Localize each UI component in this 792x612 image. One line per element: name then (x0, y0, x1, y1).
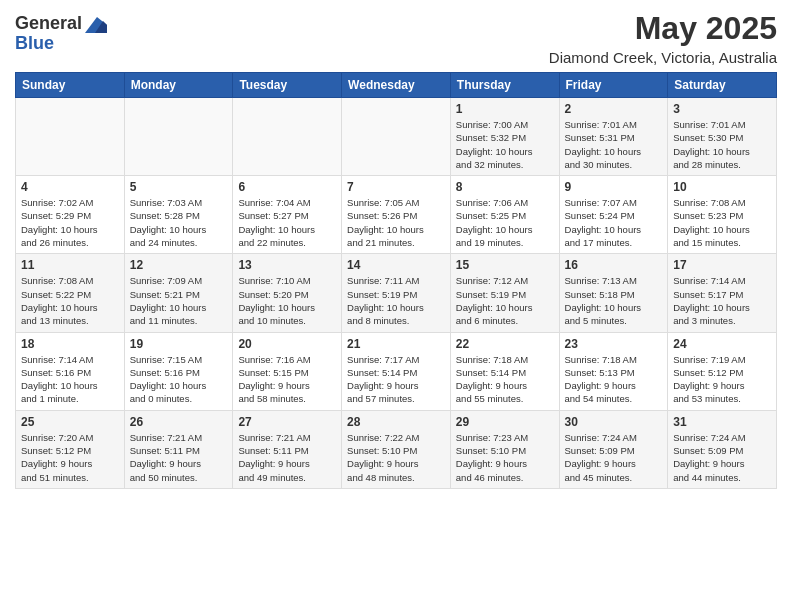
day-number: 22 (456, 337, 554, 351)
day-detail: Sunrise: 7:13 AM Sunset: 5:18 PM Dayligh… (565, 274, 663, 327)
logo-icon (85, 15, 107, 37)
day-detail: Sunrise: 7:07 AM Sunset: 5:24 PM Dayligh… (565, 196, 663, 249)
day-number: 14 (347, 258, 445, 272)
day-detail: Sunrise: 7:02 AM Sunset: 5:29 PM Dayligh… (21, 196, 119, 249)
day-detail: Sunrise: 7:00 AM Sunset: 5:32 PM Dayligh… (456, 118, 554, 171)
weekday-header-cell: Wednesday (342, 73, 451, 98)
day-number: 1 (456, 102, 554, 116)
logo-general: General (15, 14, 82, 34)
day-number: 9 (565, 180, 663, 194)
calendar-day-cell: 2Sunrise: 7:01 AM Sunset: 5:31 PM Daylig… (559, 98, 668, 176)
calendar-week-row: 4Sunrise: 7:02 AM Sunset: 5:29 PM Daylig… (16, 176, 777, 254)
calendar-week-row: 1Sunrise: 7:00 AM Sunset: 5:32 PM Daylig… (16, 98, 777, 176)
day-number: 20 (238, 337, 336, 351)
calendar-day-cell: 25Sunrise: 7:20 AM Sunset: 5:12 PM Dayli… (16, 410, 125, 488)
day-number: 27 (238, 415, 336, 429)
calendar-day-cell: 4Sunrise: 7:02 AM Sunset: 5:29 PM Daylig… (16, 176, 125, 254)
calendar-day-cell: 31Sunrise: 7:24 AM Sunset: 5:09 PM Dayli… (668, 410, 777, 488)
day-number: 5 (130, 180, 228, 194)
day-number: 6 (238, 180, 336, 194)
day-detail: Sunrise: 7:16 AM Sunset: 5:15 PM Dayligh… (238, 353, 336, 406)
weekday-header-cell: Sunday (16, 73, 125, 98)
calendar-day-cell: 10Sunrise: 7:08 AM Sunset: 5:23 PM Dayli… (668, 176, 777, 254)
weekday-header-cell: Friday (559, 73, 668, 98)
calendar-day-cell: 9Sunrise: 7:07 AM Sunset: 5:24 PM Daylig… (559, 176, 668, 254)
day-number: 28 (347, 415, 445, 429)
day-detail: Sunrise: 7:09 AM Sunset: 5:21 PM Dayligh… (130, 274, 228, 327)
weekday-header-cell: Thursday (450, 73, 559, 98)
calendar-day-cell: 12Sunrise: 7:09 AM Sunset: 5:21 PM Dayli… (124, 254, 233, 332)
calendar-week-row: 11Sunrise: 7:08 AM Sunset: 5:22 PM Dayli… (16, 254, 777, 332)
day-detail: Sunrise: 7:03 AM Sunset: 5:28 PM Dayligh… (130, 196, 228, 249)
day-number: 29 (456, 415, 554, 429)
calendar-day-cell: 24Sunrise: 7:19 AM Sunset: 5:12 PM Dayli… (668, 332, 777, 410)
day-detail: Sunrise: 7:06 AM Sunset: 5:25 PM Dayligh… (456, 196, 554, 249)
calendar-day-cell: 17Sunrise: 7:14 AM Sunset: 5:17 PM Dayli… (668, 254, 777, 332)
calendar-day-cell: 19Sunrise: 7:15 AM Sunset: 5:16 PM Dayli… (124, 332, 233, 410)
day-number: 25 (21, 415, 119, 429)
day-number: 8 (456, 180, 554, 194)
day-number: 19 (130, 337, 228, 351)
day-detail: Sunrise: 7:20 AM Sunset: 5:12 PM Dayligh… (21, 431, 119, 484)
calendar-day-cell: 3Sunrise: 7:01 AM Sunset: 5:30 PM Daylig… (668, 98, 777, 176)
day-number: 4 (21, 180, 119, 194)
calendar-day-cell: 16Sunrise: 7:13 AM Sunset: 5:18 PM Dayli… (559, 254, 668, 332)
day-number: 26 (130, 415, 228, 429)
calendar-day-cell: 28Sunrise: 7:22 AM Sunset: 5:10 PM Dayli… (342, 410, 451, 488)
calendar-day-cell: 20Sunrise: 7:16 AM Sunset: 5:15 PM Dayli… (233, 332, 342, 410)
day-detail: Sunrise: 7:21 AM Sunset: 5:11 PM Dayligh… (238, 431, 336, 484)
title-area: May 2025 Diamond Creek, Victoria, Austra… (549, 10, 777, 66)
day-number: 21 (347, 337, 445, 351)
day-number: 10 (673, 180, 771, 194)
calendar-day-cell: 6Sunrise: 7:04 AM Sunset: 5:27 PM Daylig… (233, 176, 342, 254)
day-detail: Sunrise: 7:01 AM Sunset: 5:30 PM Dayligh… (673, 118, 771, 171)
day-detail: Sunrise: 7:18 AM Sunset: 5:13 PM Dayligh… (565, 353, 663, 406)
day-detail: Sunrise: 7:12 AM Sunset: 5:19 PM Dayligh… (456, 274, 554, 327)
day-number: 30 (565, 415, 663, 429)
day-detail: Sunrise: 7:22 AM Sunset: 5:10 PM Dayligh… (347, 431, 445, 484)
header: General Blue May 2025 Diamond Creek, Vic… (15, 10, 777, 66)
calendar-day-cell: 21Sunrise: 7:17 AM Sunset: 5:14 PM Dayli… (342, 332, 451, 410)
day-number: 11 (21, 258, 119, 272)
month-title: May 2025 (549, 10, 777, 47)
day-number: 12 (130, 258, 228, 272)
day-detail: Sunrise: 7:15 AM Sunset: 5:16 PM Dayligh… (130, 353, 228, 406)
calendar-day-cell: 22Sunrise: 7:18 AM Sunset: 5:14 PM Dayli… (450, 332, 559, 410)
day-detail: Sunrise: 7:24 AM Sunset: 5:09 PM Dayligh… (673, 431, 771, 484)
calendar-day-cell (233, 98, 342, 176)
day-number: 2 (565, 102, 663, 116)
calendar: SundayMondayTuesdayWednesdayThursdayFrid… (15, 72, 777, 489)
calendar-day-cell: 23Sunrise: 7:18 AM Sunset: 5:13 PM Dayli… (559, 332, 668, 410)
calendar-day-cell (342, 98, 451, 176)
day-detail: Sunrise: 7:14 AM Sunset: 5:16 PM Dayligh… (21, 353, 119, 406)
day-detail: Sunrise: 7:08 AM Sunset: 5:23 PM Dayligh… (673, 196, 771, 249)
calendar-day-cell: 14Sunrise: 7:11 AM Sunset: 5:19 PM Dayli… (342, 254, 451, 332)
calendar-day-cell: 15Sunrise: 7:12 AM Sunset: 5:19 PM Dayli… (450, 254, 559, 332)
day-detail: Sunrise: 7:08 AM Sunset: 5:22 PM Dayligh… (21, 274, 119, 327)
calendar-week-row: 18Sunrise: 7:14 AM Sunset: 5:16 PM Dayli… (16, 332, 777, 410)
day-detail: Sunrise: 7:05 AM Sunset: 5:26 PM Dayligh… (347, 196, 445, 249)
calendar-day-cell: 13Sunrise: 7:10 AM Sunset: 5:20 PM Dayli… (233, 254, 342, 332)
calendar-week-row: 25Sunrise: 7:20 AM Sunset: 5:12 PM Dayli… (16, 410, 777, 488)
day-detail: Sunrise: 7:18 AM Sunset: 5:14 PM Dayligh… (456, 353, 554, 406)
logo: General Blue (15, 14, 107, 54)
day-detail: Sunrise: 7:23 AM Sunset: 5:10 PM Dayligh… (456, 431, 554, 484)
day-number: 3 (673, 102, 771, 116)
day-detail: Sunrise: 7:19 AM Sunset: 5:12 PM Dayligh… (673, 353, 771, 406)
calendar-day-cell: 26Sunrise: 7:21 AM Sunset: 5:11 PM Dayli… (124, 410, 233, 488)
day-number: 31 (673, 415, 771, 429)
day-number: 23 (565, 337, 663, 351)
calendar-day-cell: 30Sunrise: 7:24 AM Sunset: 5:09 PM Dayli… (559, 410, 668, 488)
day-detail: Sunrise: 7:11 AM Sunset: 5:19 PM Dayligh… (347, 274, 445, 327)
weekday-header-cell: Saturday (668, 73, 777, 98)
calendar-day-cell: 27Sunrise: 7:21 AM Sunset: 5:11 PM Dayli… (233, 410, 342, 488)
calendar-day-cell: 29Sunrise: 7:23 AM Sunset: 5:10 PM Dayli… (450, 410, 559, 488)
calendar-day-cell: 18Sunrise: 7:14 AM Sunset: 5:16 PM Dayli… (16, 332, 125, 410)
day-number: 13 (238, 258, 336, 272)
weekday-header-cell: Tuesday (233, 73, 342, 98)
calendar-day-cell: 7Sunrise: 7:05 AM Sunset: 5:26 PM Daylig… (342, 176, 451, 254)
day-number: 15 (456, 258, 554, 272)
day-number: 7 (347, 180, 445, 194)
calendar-body: 1Sunrise: 7:00 AM Sunset: 5:32 PM Daylig… (16, 98, 777, 489)
day-number: 16 (565, 258, 663, 272)
